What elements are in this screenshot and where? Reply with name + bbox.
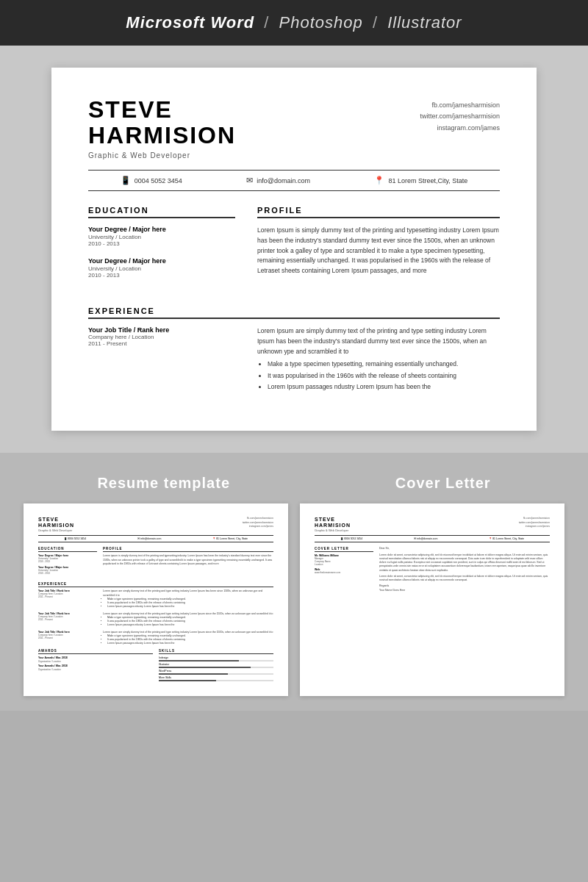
name-left: STEVE HARMISION Graphic & Web Developer bbox=[88, 97, 236, 159]
cover-name-section: STEVE HARMISION Graphic & Web Developer … bbox=[315, 517, 550, 532]
mini-exp-text-2: Lorem ipsum are simply dummy text of the… bbox=[103, 612, 273, 628]
bullet-3: Lorem Ipsum passages ndustry Lorem Ipsum… bbox=[268, 382, 500, 392]
cover-insta: instagram.com/james bbox=[519, 525, 550, 529]
bottom-section: Resume template Cover Letter STEVE HARMI… bbox=[0, 453, 588, 711]
education-column: EDUCATION Your Degree / Major here Unive… bbox=[88, 206, 235, 289]
mini-exp-right-2: Lorem ipsum are simply dummy text of the… bbox=[103, 612, 273, 628]
years-2: 2010 - 2013 bbox=[88, 272, 235, 279]
address-text: 81 Lorem Street,City, State bbox=[388, 177, 467, 184]
cover-job-title: Graphic & Web Developer bbox=[315, 528, 351, 532]
cover-email: ✉ info@domain.com bbox=[414, 537, 437, 540]
mini-exp-right-3: Lorem ipsum are simply dummy text of the… bbox=[103, 631, 273, 646]
mini-name-left: STEVE HARMISION Graphic & Web Developer bbox=[38, 517, 74, 532]
email-address: info@domain.com bbox=[257, 177, 310, 184]
mini-exp-text-1: Lorem ipsum are simply dummy text of the… bbox=[103, 589, 273, 609]
email-contact: ✉ info@domain.com bbox=[246, 176, 310, 185]
header-word-label: Microsoft Word bbox=[126, 13, 254, 32]
degree-1: Your Degree / Major here bbox=[88, 226, 235, 233]
mini-awards: AWARDS Your Awards / Mar. 2018 Organizat… bbox=[38, 649, 153, 683]
profile-column: PROFILE Lorem Ipsum is simply dummy text… bbox=[257, 206, 500, 289]
exp-job-title: Your Job Title / Rank here bbox=[88, 326, 235, 334]
address-contact: 📍 81 Lorem Street,City, State bbox=[374, 176, 467, 185]
education-title: EDUCATION bbox=[88, 206, 235, 218]
mini-resume-preview: STEVE HARMISION Graphic & Web Developer … bbox=[24, 503, 288, 696]
mini-edu-profile: EDUCATION Your Degree / Major here Unive… bbox=[38, 547, 273, 578]
phone-number: 0004 5052 3454 bbox=[135, 177, 182, 184]
mini-contact-bar: 📱 0004 5052 3454 ✉ info@domain.com 📍 81 … bbox=[38, 535, 273, 542]
phone-contact: 📱 0004 5052 3454 bbox=[121, 176, 182, 185]
mini-insta: instagram.com/james bbox=[243, 525, 273, 529]
education-profile-section: EDUCATION Your Degree / Major here Unive… bbox=[88, 206, 500, 289]
mini-exp-row-2: Your Job Title / Rank here Company here … bbox=[38, 612, 273, 628]
cover-address: 📍 81 Lorem Street, City, State bbox=[489, 537, 524, 540]
bullet-1: Make a type specimen typesetting, remain… bbox=[268, 359, 500, 370]
skill-3: WordPress bbox=[159, 670, 273, 675]
mini-exp-left-2: Your Job Title / Rank here Company here … bbox=[38, 612, 97, 628]
bullet-2: It was popularised in the 1960s with the… bbox=[268, 371, 500, 381]
mini-exp-right-1: Lorem ipsum are simply dummy text of the… bbox=[103, 589, 273, 609]
mini-profile-col: PROFILE Lorem ipsum is simply dummy text… bbox=[103, 547, 273, 578]
cover-body-text: Dear Sir, Lorem dolor sit amet, consecte… bbox=[379, 547, 550, 595]
mini-last-name: HARMISION bbox=[38, 523, 74, 528]
previews-row: STEVE HARMISION Graphic & Web Developer … bbox=[15, 503, 573, 696]
resume-page: STEVE HARMISION Graphic & Web Developer … bbox=[51, 68, 537, 431]
mini-first-name: STEVE bbox=[38, 517, 74, 523]
exp-dates: 2011 - Present bbox=[88, 340, 235, 347]
mini-skills-title: SKILLS bbox=[159, 649, 273, 654]
job-title: Graphic & Web Developer bbox=[88, 151, 236, 159]
cover-first-name: STEVE bbox=[315, 517, 351, 523]
mini-exp-left-3: Your Job Title / Rank here Company here … bbox=[38, 631, 97, 646]
cover-regards: Regards Your Name Goes Here bbox=[379, 584, 550, 592]
profile-title: PROFILE bbox=[257, 206, 500, 218]
experience-title: EXPERIENCE bbox=[88, 306, 500, 319]
social-links: fb.com/jamesharmision twitter.com/jamesh… bbox=[420, 100, 500, 134]
mini-exp-row-3: Your Job Title / Rank here Company here … bbox=[38, 631, 273, 646]
university-2: University / Location bbox=[88, 265, 235, 272]
exp-left-col: Your Job Title / Rank here Company here … bbox=[88, 326, 235, 394]
cover-fb: fb.com/jamesharmision bbox=[519, 517, 550, 521]
mini-exp-title: EXPERIENCE bbox=[38, 582, 273, 587]
profile-text: Lorem Ipsum is simply dummy text of the … bbox=[257, 226, 500, 276]
cover-recipient: COVER LETTER Mr. Williams Millane Manage… bbox=[315, 547, 373, 595]
resume-template-label: Resume template bbox=[97, 475, 230, 492]
mini-profile-title: PROFILE bbox=[103, 547, 273, 552]
cover-body-2: Lorem dolor sit amet, consectetur adipis… bbox=[379, 575, 550, 583]
mini-job-title: Graphic & Web Developer bbox=[38, 528, 74, 532]
skill-2: Illustrator bbox=[159, 663, 273, 668]
contact-bar: 📱 0004 5052 3454 ✉ info@domain.com 📍 81 … bbox=[88, 170, 500, 191]
experience-columns: Your Job Title / Rank here Company here … bbox=[88, 326, 500, 394]
mini-social: fb.com/jamesharmision twitter.com/jamesh… bbox=[243, 517, 273, 532]
cover-last-name: HARMISION bbox=[315, 523, 351, 528]
mini-edu-title: EDUCATION bbox=[38, 547, 97, 552]
bottom-labels: Resume template Cover Letter bbox=[15, 475, 573, 492]
instagram-link: instagram.com/james bbox=[420, 123, 500, 134]
mini-exp-entry-3: Your Job Title / Rank here Company here … bbox=[38, 631, 97, 639]
university-1: University / Location bbox=[88, 234, 235, 240]
mini-exp-section: EXPERIENCE Your Job Title / Rank here Co… bbox=[38, 582, 273, 645]
experience-section: EXPERIENCE Your Job Title / Rank here Co… bbox=[88, 306, 500, 394]
years-1: 2010 - 2013 bbox=[88, 240, 235, 247]
exp-right-col: Lorem Ipsum are simply dummy text of the… bbox=[257, 326, 500, 394]
exp-company: Company here / Location bbox=[88, 334, 235, 340]
cover-body-cols: COVER LETTER Mr. Williams Millane Manage… bbox=[315, 547, 550, 595]
cover-letter-title: COVER LETTER bbox=[315, 547, 373, 552]
mini-edu-1: Your Degree / Major here University / Lo… bbox=[38, 554, 97, 563]
last-name: HARMISION bbox=[88, 123, 236, 148]
cover-contact-bar: 📱 0004 5052 3454 ✉ info@domain.com 📍 81 … bbox=[315, 535, 550, 542]
education-entry-1: Your Degree / Major here University / Lo… bbox=[88, 226, 235, 247]
fb-link: fb.com/jamesharmision bbox=[420, 100, 500, 111]
mini-email: ✉ info@domain.com bbox=[137, 537, 161, 540]
skill-1: Indesign bbox=[159, 656, 273, 662]
mini-awards-skills: AWARDS Your Awards / Mar. 2018 Organizat… bbox=[38, 649, 273, 683]
cover-dear: Dear Sir, bbox=[379, 547, 550, 551]
mini-awards-title: AWARDS bbox=[38, 649, 153, 654]
main-preview-area: STEVE HARMISION Graphic & Web Developer … bbox=[0, 46, 588, 453]
location-icon: 📍 bbox=[374, 176, 384, 185]
exp-text: Lorem Ipsum are simply dummy text of the… bbox=[257, 326, 500, 392]
top-header: Microsoft Word / Photoshop / Illustrator bbox=[0, 0, 588, 46]
exp-bullets: Make a type specimen typesetting, remain… bbox=[268, 359, 500, 392]
cover-phone: 📱 0004 5052 3454 bbox=[340, 537, 362, 540]
mini-exp-text-3: Lorem ipsum are simply dummy text of the… bbox=[103, 631, 273, 646]
cover-body-1: Lorem dolor sit amet, consectetur adipis… bbox=[379, 553, 550, 573]
first-name: STEVE bbox=[88, 97, 236, 123]
